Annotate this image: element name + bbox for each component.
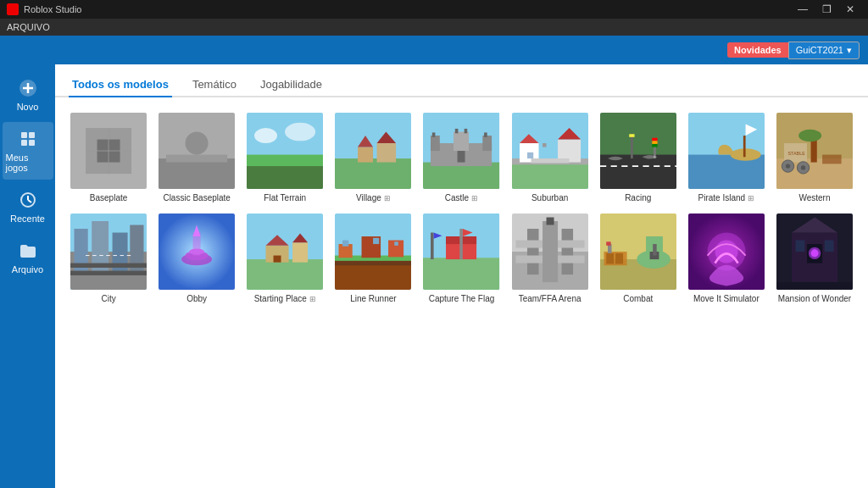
template-mansion-of-wonder-label: Mansion of Wonder [775,291,854,304]
dropdown-icon: ▾ [847,45,852,56]
template-baseplate-thumb [69,111,148,191]
template-team-ffa-arena-label: Team/FFA Arena [510,291,590,304]
template-team-ffa-arena-thumb [510,212,590,291]
arquivo-menu[interactable]: ARQUIVO [7,22,50,32]
sidebar-item-novo[interactable]: Novo [3,71,53,119]
tabs-bar: Todos os modelos Temático Jogabilidade [55,64,868,97]
template-suburban-label: Suburban [510,191,590,203]
svg-rect-26 [358,147,373,163]
app-logo [7,3,19,15]
svg-line-9 [28,200,31,202]
village-multi-icon: ⊞ [384,194,391,203]
svg-rect-42 [512,163,588,190]
template-western-label: Western [775,191,854,203]
plus-icon [18,78,38,98]
template-pirate-island-thumb [687,111,766,191]
sidebar: Novo Meus jogos Recente [0,64,55,488]
svg-point-74 [786,164,790,168]
svg-rect-83 [70,263,147,268]
template-western-thumb: STABLE [775,111,854,191]
template-move-it-simulator[interactable]: Move It Simulator [687,212,766,304]
svg-point-76 [801,165,805,169]
svg-rect-6 [29,140,35,146]
svg-rect-81 [113,233,128,275]
svg-rect-28 [377,143,397,163]
svg-point-71 [798,130,821,141]
sidebar-item-recente[interactable]: Recente [3,183,53,230]
template-classic-baseplate[interactable]: Classic Baseplate [157,111,236,203]
svg-rect-50 [542,143,547,147]
svg-rect-59 [629,134,634,137]
menubar: ARQUIVO [0,19,868,36]
minimize-button[interactable]: — [792,0,814,19]
template-suburban[interactable]: Suburban [510,111,590,203]
template-mansion-of-wonder-thumb [775,212,854,291]
svg-rect-4 [29,132,35,138]
svg-rect-3 [21,132,27,138]
template-baseplate-label: Baseplate [69,191,148,203]
svg-rect-84 [70,271,147,275]
titlebar: Roblox Studio — ❒ ✕ [0,0,868,19]
template-western[interactable]: STABLE Western [775,111,854,203]
template-starting-place[interactable]: Starting Place ⊞ [245,212,325,304]
template-racing[interactable]: Racing [598,111,678,203]
template-baseplate[interactable]: Baseplate [69,111,148,203]
template-city-label: City [69,291,148,304]
templates-container: Baseplate Classic Baseplate [55,97,868,488]
sidebar-arquivo-label: Arquivo [12,264,43,274]
svg-rect-17 [166,155,227,163]
maximize-button[interactable]: ❒ [815,0,837,19]
template-mansion-of-wonder[interactable]: Mansion of Wonder [775,212,854,304]
novidades-button[interactable]: Novidades [727,42,788,58]
template-city[interactable]: City [69,212,148,304]
guict-dropdown[interactable]: GuiCT2021 ▾ [788,42,860,59]
svg-rect-93 [247,259,323,290]
tab-jogabilidade[interactable]: Jogabilidade [257,73,326,97]
tab-tematico[interactable]: Temático [189,73,240,97]
svg-rect-37 [485,132,488,136]
template-racing-label: Racing [598,191,678,203]
templates-grid: Baseplate Classic Baseplate [69,111,854,304]
svg-rect-5 [21,140,27,146]
sidebar-item-arquivo[interactable]: Arquivo [3,234,53,281]
topbar: Novidades GuiCT2021 ▾ [0,36,868,64]
svg-rect-120 [561,229,573,274]
template-obby-label: Obby [157,291,236,304]
grid-icon [18,129,38,149]
svg-rect-102 [335,261,411,265]
svg-rect-31 [423,163,499,190]
sidebar-item-meusjogos[interactable]: Meus jogos [3,122,53,180]
tab-todos-modelos[interactable]: Todos os modelos [69,73,172,97]
svg-rect-101 [335,263,411,291]
template-flat-terrain[interactable]: Flat Terrain [245,111,325,203]
template-line-runner[interactable]: Line Runner [333,212,413,304]
template-starting-place-thumb [245,212,325,291]
folder-icon [18,241,38,261]
template-castle[interactable]: Castle ⊞ [421,111,501,203]
svg-rect-135 [606,241,610,246]
svg-rect-16 [159,158,235,189]
template-pirate-island[interactable]: Pirate Island ⊞ [687,111,766,203]
close-button[interactable]: ✕ [839,0,861,19]
template-village[interactable]: Village ⊞ [333,111,413,203]
app-title: Roblox Studio [24,4,82,14]
svg-text:STABLE: STABLE [787,151,805,156]
svg-rect-36 [432,132,436,136]
template-capture-the-flag[interactable]: Capture The Flag [421,212,501,304]
template-line-runner-thumb [333,212,413,291]
svg-rect-108 [395,241,399,246]
template-castle-thumb [421,111,501,191]
svg-rect-145 [795,241,804,252]
template-obby[interactable]: Obby [157,212,236,304]
template-combat[interactable]: Combat [598,212,678,304]
svg-rect-115 [431,233,434,260]
template-pirate-island-label: Pirate Island ⊞ [687,191,766,203]
template-team-ffa-arena[interactable]: Team/FFA Arena [510,212,590,304]
svg-rect-147 [776,282,853,290]
svg-rect-123 [542,221,558,282]
svg-rect-96 [292,242,308,262]
template-move-it-simulator-label: Move It Simulator [687,291,766,304]
template-castle-label: Castle ⊞ [421,191,501,203]
castle-multi-icon: ⊞ [471,194,478,203]
pirate-multi-icon: ⊞ [748,194,754,203]
